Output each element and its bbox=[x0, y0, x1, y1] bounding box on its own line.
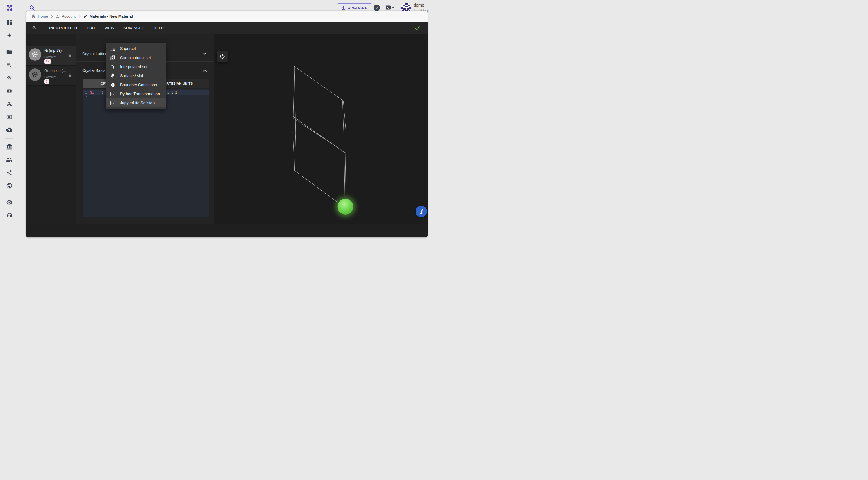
home-icon bbox=[31, 14, 36, 19]
menu-view[interactable]: VIEW bbox=[100, 22, 119, 34]
svg-text:1: 1 bbox=[8, 89, 10, 92]
material-avatar-icon bbox=[29, 68, 41, 81]
formula-chip: C bbox=[44, 80, 49, 84]
content-row: Ni (mp-23) Formula: Ni Graphene (... For bbox=[26, 34, 428, 224]
sidebar-icon-jobs[interactable] bbox=[4, 59, 15, 71]
menu-item-interpolated-set[interactable]: Interpolated set bbox=[106, 62, 165, 71]
chevron-up-icon[interactable] bbox=[203, 69, 207, 72]
breadcrumb-account[interactable]: Account bbox=[55, 14, 76, 19]
sidebar-icon-badge-one[interactable]: 1 bbox=[4, 85, 15, 97]
save-check-icon[interactable] bbox=[414, 25, 421, 31]
card-bottom-band bbox=[26, 224, 428, 237]
menu-item-supercell[interactable]: Supercell bbox=[106, 44, 165, 53]
menu-input-output[interactable]: INPUT/OUTPUT bbox=[44, 22, 82, 34]
chevron-down-icon[interactable] bbox=[203, 52, 207, 55]
sidebar-icon-materials[interactable] bbox=[4, 72, 15, 84]
formula-chip: Ni bbox=[44, 59, 51, 64]
sidebar-divider bbox=[5, 138, 13, 139]
delete-material-icon[interactable] bbox=[67, 53, 72, 58]
breadcrumb-current: Materials - New Material bbox=[83, 14, 133, 19]
main-card: Home Account Materials - New Material IN… bbox=[26, 11, 428, 237]
material-item-ni[interactable]: Ni (mp-23) Formula: Ni bbox=[26, 46, 76, 66]
sidebar-icon-globe[interactable] bbox=[4, 180, 15, 191]
upgrade-label: UPGRADE bbox=[347, 6, 368, 10]
formula-label: Formula: bbox=[44, 75, 66, 79]
breadcrumb-home[interactable]: Home bbox=[31, 14, 48, 19]
menu-item-label: Supercell bbox=[120, 47, 136, 51]
menu-item-combinatorial-set[interactable]: Combinatorial set bbox=[106, 53, 165, 62]
breadcrumb: Home Account Materials - New Material bbox=[26, 11, 428, 22]
menu-advanced[interactable]: ADVANCED bbox=[119, 22, 149, 34]
layers-icon bbox=[110, 73, 116, 79]
menu-item-boundary-conditions[interactable]: Boundary Conditions bbox=[106, 80, 165, 89]
sidebar-icon-media[interactable] bbox=[4, 111, 15, 123]
formula-label: Formula: bbox=[44, 55, 69, 59]
sidebar-icon-folder[interactable] bbox=[4, 47, 15, 58]
supercell-grid-icon bbox=[110, 46, 116, 52]
sidebar-icon-add[interactable] bbox=[4, 30, 15, 41]
help-button[interactable]: ? bbox=[374, 4, 380, 11]
material-avatar-icon bbox=[29, 48, 41, 61]
menu-help[interactable]: HELP bbox=[149, 22, 168, 34]
terminal-icon bbox=[110, 91, 116, 97]
chevron-down-icon bbox=[392, 7, 395, 8]
console-menu-button[interactable] bbox=[385, 5, 395, 10]
app-logo-icon[interactable] bbox=[6, 4, 13, 11]
person-icon bbox=[55, 14, 60, 19]
sidebar-icon-bank[interactable] bbox=[4, 141, 15, 152]
sidebar-icon-dashboard[interactable] bbox=[4, 17, 15, 28]
sidebar-icon-cloud-upload[interactable] bbox=[4, 124, 15, 136]
sidebar-divider bbox=[5, 194, 13, 194]
power-icon bbox=[219, 54, 225, 60]
sidebar-icon-support[interactable] bbox=[4, 210, 15, 221]
section-title: Crystal Basis bbox=[82, 68, 105, 73]
chevron-right-icon bbox=[78, 15, 81, 18]
swap-vert-icon bbox=[110, 64, 116, 69]
menu-item-surface-slab[interactable]: Surface / slab bbox=[106, 71, 165, 80]
constraints-token: 1 1 1 bbox=[167, 90, 177, 95]
menu-item-jupyterlite-session[interactable]: JupyterLite Session bbox=[106, 98, 165, 108]
menu-item-label: Python Transformation bbox=[120, 92, 160, 96]
menu-item-label: Boundary Conditions bbox=[120, 83, 157, 87]
sidebar-rail: 1 bbox=[0, 16, 19, 222]
menu-item-label: JupyterLite Session bbox=[120, 101, 155, 105]
sidebar-icon-helm[interactable] bbox=[4, 197, 15, 208]
line-number: 1 bbox=[83, 90, 90, 95]
atom-sphere bbox=[338, 199, 353, 215]
bracket-token: ( bbox=[101, 90, 103, 95]
editor-menubar: INPUT/OUTPUT EDIT VIEW ADVANCED HELP bbox=[26, 22, 428, 34]
menu-edit[interactable]: EDIT bbox=[82, 22, 100, 34]
chevron-right-icon bbox=[51, 15, 53, 18]
terminal-icon bbox=[385, 5, 391, 10]
menu-item-label: Surface / slab bbox=[120, 73, 144, 78]
upload-icon bbox=[341, 6, 345, 10]
library-add-icon bbox=[110, 55, 116, 60]
delete-material-icon[interactable] bbox=[67, 73, 72, 78]
info-button[interactable]: i bbox=[415, 206, 427, 217]
menu-item-label: Interpolated set bbox=[120, 64, 148, 69]
user-name: demo bbox=[414, 3, 424, 7]
element-token: Ni bbox=[90, 90, 94, 95]
sidebar-icon-share[interactable] bbox=[4, 167, 15, 178]
advanced-dropdown-menu: Supercell Combinatorial set Interpolated… bbox=[106, 43, 165, 109]
material-dots-icon bbox=[32, 25, 37, 31]
menu-item-label: Combinatorial set bbox=[120, 55, 151, 60]
3d-viewer[interactable]: i bbox=[214, 34, 428, 224]
app-screen: UPGRADE ? demo Individual bbox=[0, 0, 434, 240]
menu-item-python-transformation[interactable]: Python Transformation bbox=[106, 89, 165, 98]
material-name[interactable]: Ni (mp-23) bbox=[44, 48, 69, 53]
section-title: Crystal Lattice bbox=[82, 52, 107, 56]
material-item-graphene[interactable]: Graphene (... Formula: C bbox=[26, 66, 76, 86]
sidebar-icon-team[interactable] bbox=[4, 154, 15, 166]
sidebar-divider bbox=[5, 43, 13, 44]
edit-pencil-icon bbox=[83, 14, 88, 19]
line-number: 2 bbox=[83, 95, 90, 100]
search-icon[interactable] bbox=[29, 4, 36, 11]
boundary-diamond-icon bbox=[110, 82, 116, 88]
sidebar-icon-hierarchy[interactable] bbox=[4, 98, 15, 110]
power-button[interactable] bbox=[217, 51, 228, 62]
material-name[interactable]: Graphene (... bbox=[44, 68, 66, 73]
material-name-underline bbox=[44, 54, 69, 54]
terminal-icon bbox=[110, 100, 116, 106]
unit-cell-wireframe bbox=[214, 34, 428, 224]
